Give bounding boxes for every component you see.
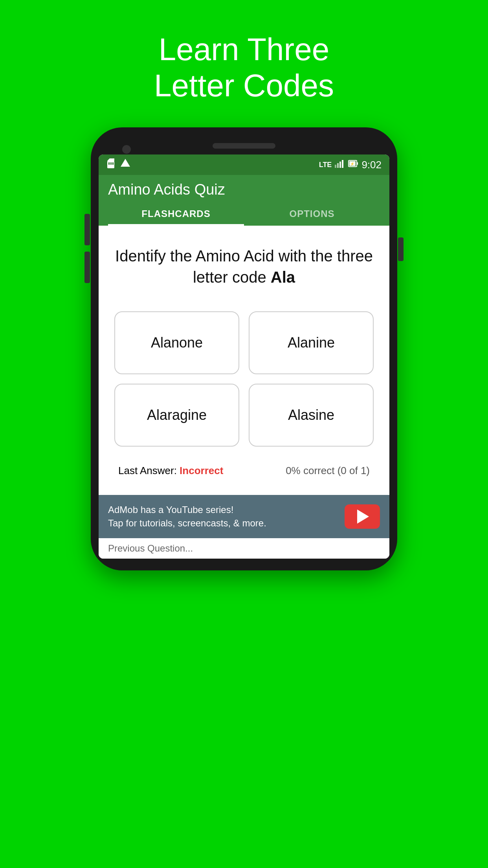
last-answer-status: Incorrect (180, 465, 223, 476)
svg-rect-6 (335, 165, 336, 168)
phone-mockup: LTE ⚡ (91, 127, 397, 570)
question-text: Identify the Amino Acid with the three l… (114, 245, 374, 288)
svg-marker-1 (107, 158, 114, 161)
svg-rect-8 (339, 162, 341, 168)
content-area: Identify the Amino Acid with the three l… (99, 226, 389, 495)
status-time: 9:02 (361, 159, 382, 171)
status-bar: LTE ⚡ (99, 154, 389, 175)
phone-screen: LTE ⚡ (99, 154, 389, 559)
review-hint: Previous Question... (99, 538, 389, 559)
phone-speaker (213, 143, 275, 149)
answer-button-3[interactable]: Alaragine (114, 384, 239, 447)
admob-banner[interactable]: AdMob has a YouTube series! Tap for tuto… (99, 495, 389, 538)
answer-grid: Alanone Alanine Alaragine Alasine (114, 311, 374, 447)
admob-text: AdMob has a YouTube series! Tap for tuto… (108, 503, 337, 530)
app-bar: Amino Acids Quiz FLASHCARDS OPTIONS (99, 175, 389, 226)
signal-icon (335, 159, 345, 170)
tab-bar: FLASHCARDS OPTIONS (108, 202, 380, 226)
volume-up-button (84, 214, 90, 245)
svg-rect-11 (357, 162, 358, 165)
sd-card-icon (106, 158, 115, 171)
last-answer-label: Last Answer: Incorrect (118, 465, 223, 477)
svg-text:⚡: ⚡ (350, 162, 355, 166)
battery-icon: ⚡ (348, 159, 358, 170)
svg-rect-7 (337, 163, 339, 168)
svg-marker-5 (121, 159, 130, 167)
svg-rect-3 (110, 162, 112, 165)
answer-button-1[interactable]: Alanone (114, 311, 239, 374)
tab-flashcards[interactable]: FLASHCARDS (108, 202, 244, 226)
notification-icon (121, 159, 130, 171)
play-icon (357, 509, 369, 524)
front-camera (122, 145, 131, 154)
status-left-icons (106, 158, 130, 171)
answer-button-4[interactable]: Alasine (249, 384, 374, 447)
score-text: 0% correct (0 of 1) (286, 465, 370, 477)
svg-rect-9 (342, 160, 343, 168)
app-title: Amino Acids Quiz (108, 181, 380, 202)
answer-button-2[interactable]: Alanine (249, 311, 374, 374)
power-button (398, 237, 404, 261)
volume-down-button (84, 252, 90, 283)
last-answer-bar: Last Answer: Incorrect 0% correct (0 of … (114, 458, 374, 483)
page-title: Learn Three Letter Codes (154, 31, 334, 104)
svg-rect-4 (112, 162, 114, 165)
amino-code: Ala (271, 268, 295, 286)
status-right-area: LTE ⚡ (319, 159, 382, 171)
power-button-area (398, 237, 404, 261)
svg-rect-2 (108, 162, 110, 165)
lte-icon: LTE (319, 161, 332, 169)
phone-top-bar (99, 139, 389, 154)
tab-options[interactable]: OPTIONS (244, 202, 380, 226)
volume-buttons (84, 214, 90, 283)
youtube-play-button[interactable] (345, 504, 380, 529)
